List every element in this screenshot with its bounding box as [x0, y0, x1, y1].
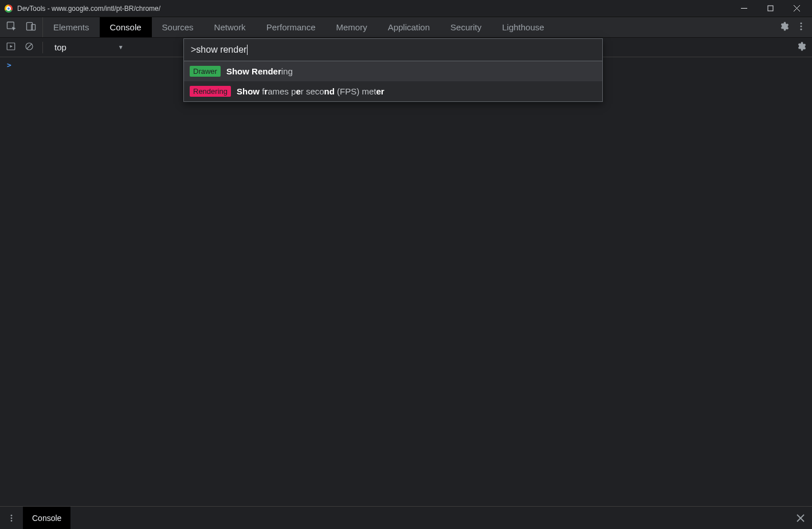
command-result-badge: Rendering	[190, 86, 231, 97]
window-titlebar: DevTools - www.google.com/intl/pt-BR/chr…	[0, 0, 812, 17]
svg-point-15	[11, 517, 13, 519]
drawer-tab-label: Console	[32, 514, 61, 523]
svg-point-7	[801, 22, 802, 24]
svg-line-13	[27, 44, 32, 49]
command-query: show render	[196, 45, 246, 55]
tab-memory[interactable]: Memory	[326, 17, 378, 37]
tab-elements[interactable]: Elements	[43, 17, 100, 37]
command-prefix: >	[191, 45, 196, 55]
svg-marker-11	[10, 45, 13, 48]
settings-icon[interactable]	[779, 21, 789, 34]
inspect-element-icon[interactable]	[6, 21, 17, 34]
svg-point-16	[11, 520, 13, 522]
command-result-badge: Drawer	[190, 66, 221, 77]
console-output[interactable]: >	[0, 57, 812, 506]
context-label: top	[54, 42, 66, 52]
tab-console[interactable]: Console	[100, 17, 152, 37]
command-menu: > show render DrawerShow RenderingRender…	[183, 38, 603, 102]
tab-sources[interactable]: Sources	[152, 17, 204, 37]
command-result-label: Show frames per second (FPS) meter	[237, 86, 385, 96]
window-minimize-button[interactable]	[731, 0, 757, 17]
chevron-down-icon: ▼	[118, 44, 124, 50]
command-menu-input[interactable]: > show render	[184, 39, 602, 61]
drawer-close-button[interactable]	[789, 507, 812, 529]
chrome-icon	[5, 5, 13, 13]
window-maximize-button[interactable]	[757, 0, 783, 17]
device-toolbar-icon[interactable]	[25, 21, 37, 34]
svg-rect-1	[768, 6, 773, 11]
drawer-more-icon[interactable]	[0, 507, 23, 529]
context-selector[interactable]: top ▼	[51, 41, 127, 53]
window-close-button[interactable]	[783, 0, 810, 17]
drawer-tab-console[interactable]: Console	[23, 507, 70, 529]
tab-application[interactable]: Application	[378, 17, 440, 37]
clear-console-icon[interactable]	[24, 41, 34, 54]
tab-security[interactable]: Security	[440, 17, 492, 37]
command-result-label: Show Rendering	[226, 66, 293, 76]
divider	[42, 42, 43, 53]
console-prompt: >	[7, 61, 11, 69]
svg-point-9	[801, 28, 802, 30]
svg-point-14	[11, 515, 13, 516]
toggle-sidebar-icon[interactable]	[6, 41, 16, 54]
tab-performance[interactable]: Performance	[256, 17, 326, 37]
svg-point-8	[801, 25, 802, 27]
text-caret	[247, 45, 248, 55]
window-title: DevTools - www.google.com/intl/pt-BR/chr…	[17, 5, 160, 13]
command-result[interactable]: RenderingShow frames per second (FPS) me…	[184, 81, 602, 101]
more-menu-icon[interactable]	[796, 21, 806, 34]
tab-lighthouse[interactable]: Lighthouse	[492, 17, 554, 37]
command-result[interactable]: DrawerShow Rendering	[184, 61, 602, 81]
svg-rect-6	[32, 24, 36, 30]
devtools-tabstrip: ElementsConsoleSourcesNetworkPerformance…	[0, 17, 812, 38]
tab-network[interactable]: Network	[204, 17, 256, 37]
console-settings-icon[interactable]	[796, 41, 806, 54]
drawer: Console	[0, 506, 812, 529]
